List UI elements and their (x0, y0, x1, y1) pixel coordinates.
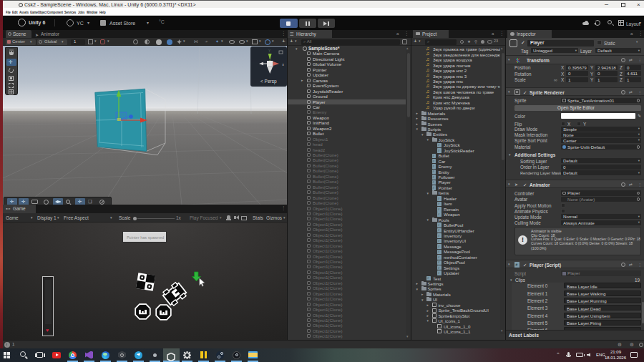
svg-text:Y: Y (268, 49, 270, 53)
svg-text:< Persp: < Persp (260, 79, 277, 84)
svg-text:x: x (283, 63, 285, 67)
